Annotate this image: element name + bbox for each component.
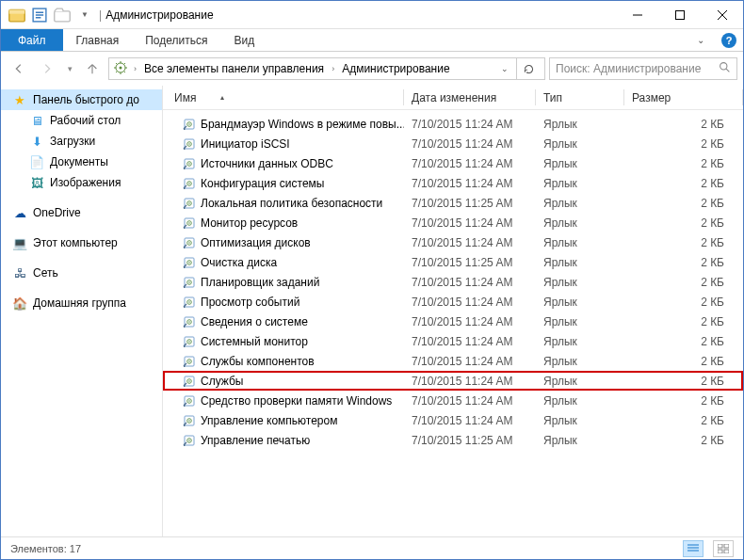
qat-properties-icon[interactable] xyxy=(29,5,50,25)
help-button[interactable]: ? xyxy=(715,29,743,51)
file-row[interactable]: Монитор ресурсов7/10/2015 11:24 AMЯрлык2… xyxy=(163,213,743,232)
forward-button[interactable] xyxy=(35,56,59,81)
window-title: Администрирование xyxy=(105,8,213,22)
file-row[interactable]: Сведения о системе7/10/2015 11:24 AMЯрлы… xyxy=(163,312,743,331)
file-name: Монитор ресурсов xyxy=(201,216,298,230)
column-date[interactable]: Дата изменения xyxy=(404,86,536,109)
svg-point-47 xyxy=(188,341,190,343)
refresh-button[interactable] xyxy=(516,58,541,79)
file-type: Ярлык xyxy=(536,157,624,170)
search-icon xyxy=(719,61,731,76)
file-name: Управление печатью xyxy=(201,434,310,447)
shortcut-icon xyxy=(182,176,197,191)
file-row[interactable]: Системный монитор7/10/2015 11:24 AMЯрлык… xyxy=(163,331,743,351)
file-row[interactable]: Источники данных ODBC7/10/2015 11:24 AMЯ… xyxy=(163,153,743,173)
navitem-desktop[interactable]: 🖥 Рабочий стол xyxy=(1,110,162,131)
navitem-onedrive[interactable]: ☁ OneDrive xyxy=(1,202,162,223)
ribbon-expand-icon[interactable]: ⌄ xyxy=(687,29,715,51)
column-type[interactable]: Тип xyxy=(536,86,624,109)
file-row[interactable]: Конфигурация системы7/10/2015 11:24 AMЯр… xyxy=(163,173,743,193)
file-row[interactable]: Планировщик заданий7/10/2015 11:24 AMЯрл… xyxy=(163,272,743,292)
file-row[interactable]: Инициатор iSCSI7/10/2015 11:24 AMЯрлык2 … xyxy=(163,134,743,153)
file-row[interactable]: Брандмауэр Windows в режиме повы...7/10/… xyxy=(163,114,743,134)
svg-point-23 xyxy=(188,183,190,184)
qat-dropdown-icon[interactable]: ▼ xyxy=(74,5,95,25)
file-type: Ярлык xyxy=(536,355,624,368)
navitem-pictures[interactable]: 🖼 Изображения xyxy=(1,172,162,193)
desktop-icon: 🖥 xyxy=(29,113,44,128)
file-size: 2 КБ xyxy=(624,315,743,328)
shortcut-icon xyxy=(182,117,197,132)
file-row[interactable]: Средство проверки памяти Windows7/10/201… xyxy=(163,391,743,410)
file-name: Просмотр событий xyxy=(201,296,299,309)
file-size: 2 КБ xyxy=(624,296,743,309)
navitem-documents[interactable]: 📄 Документы xyxy=(1,152,162,172)
svg-point-29 xyxy=(188,222,190,224)
back-button[interactable] xyxy=(7,56,31,81)
title-separator: | xyxy=(99,8,102,22)
file-type: Ярлык xyxy=(536,394,624,408)
history-dropdown-icon[interactable]: ▾ xyxy=(63,56,76,81)
file-name: Управление компьютером xyxy=(201,414,337,427)
file-row[interactable]: Управление компьютером7/10/2015 11:24 AM… xyxy=(163,410,743,430)
file-row[interactable]: Службы7/10/2015 11:24 AMЯрлык2 КБ xyxy=(163,371,743,391)
address-bar[interactable]: › Все элементы панели управления › Админ… xyxy=(108,57,545,80)
file-row[interactable]: Оптимизация дисков7/10/2015 11:24 AMЯрлы… xyxy=(163,232,743,252)
navitem-network[interactable]: 🖧 Сеть xyxy=(1,263,162,283)
file-date: 7/10/2015 11:25 AM xyxy=(404,256,536,269)
details-view-button[interactable] xyxy=(683,540,704,557)
up-button[interactable] xyxy=(80,56,105,81)
maximize-button[interactable] xyxy=(658,1,701,28)
breadcrumb-admin-tools[interactable]: Администрирование xyxy=(340,62,451,75)
svg-point-32 xyxy=(188,242,190,244)
svg-point-35 xyxy=(188,262,190,264)
file-row[interactable]: Управление печатью7/10/2015 11:25 AMЯрлы… xyxy=(163,430,743,450)
svg-rect-1 xyxy=(9,9,25,13)
file-date: 7/10/2015 11:24 AM xyxy=(404,157,536,170)
navitem-label: Панель быстрого до xyxy=(33,93,139,106)
chevron-right-icon[interactable]: › xyxy=(330,64,336,73)
file-date: 7/10/2015 11:24 AM xyxy=(404,414,536,427)
qat-newfolder-icon[interactable] xyxy=(52,5,73,25)
column-size[interactable]: Размер xyxy=(624,86,743,109)
file-name: Планировщик заданий xyxy=(201,276,319,289)
file-date: 7/10/2015 11:24 AM xyxy=(404,137,536,151)
file-name: Инициатор iSCSI xyxy=(201,137,290,151)
file-name: Системный монитор xyxy=(201,335,308,348)
column-name[interactable]: Имя▴ xyxy=(163,86,404,109)
file-row[interactable]: Просмотр событий7/10/2015 11:24 AMЯрлык2… xyxy=(163,292,743,312)
navitem-homegroup[interactable]: 🏠 Домашняя группа xyxy=(1,293,162,313)
homegroup-icon: 🏠 xyxy=(12,296,27,311)
file-name: Брандмауэр Windows в режиме повы... xyxy=(201,118,404,131)
shortcut-icon xyxy=(182,295,197,310)
file-name: Службы компонентов xyxy=(201,355,315,368)
file-type: Ярлык xyxy=(536,177,624,190)
thumbnails-view-button[interactable] xyxy=(713,540,734,557)
file-size: 2 КБ xyxy=(624,394,743,408)
tab-file[interactable]: Файл xyxy=(1,29,63,51)
navitem-this-pc[interactable]: 💻 Этот компьютер xyxy=(1,232,162,253)
chevron-right-icon[interactable]: › xyxy=(132,64,138,73)
minimize-button[interactable] xyxy=(616,1,658,28)
file-row[interactable]: Локальная политика безопасности7/10/2015… xyxy=(163,193,743,213)
tab-home[interactable]: Главная xyxy=(63,29,133,51)
column-header: Имя▴ Дата изменения Тип Размер xyxy=(163,86,743,110)
navitem-label: Рабочий стол xyxy=(50,114,121,127)
tab-view[interactable]: Вид xyxy=(220,29,267,51)
svg-point-14 xyxy=(188,123,190,125)
search-box[interactable]: Поиск: Администрирование xyxy=(549,57,737,80)
navitem-quick-access[interactable]: ★ Панель быстрого до xyxy=(1,89,162,110)
tab-share[interactable]: Поделиться xyxy=(132,29,220,51)
file-row[interactable]: Очистка диска7/10/2015 11:25 AMЯрлык2 КБ xyxy=(163,252,743,272)
file-row[interactable]: Службы компонентов7/10/2015 11:24 AMЯрлы… xyxy=(163,351,743,371)
file-date: 7/10/2015 11:24 AM xyxy=(404,118,536,131)
breadcrumb-control-panel[interactable]: Все элементы панели управления xyxy=(142,62,326,75)
quick-access-toolbar: ▼ xyxy=(1,5,95,25)
address-dropdown-icon[interactable]: ⌄ xyxy=(497,64,512,73)
navigation-bar: ▾ › Все элементы панели управления › Адм… xyxy=(1,52,743,86)
shortcut-icon xyxy=(182,235,197,250)
svg-point-62 xyxy=(188,440,190,441)
qat-app-icon[interactable] xyxy=(7,5,27,25)
close-button[interactable] xyxy=(701,1,743,28)
navitem-downloads[interactable]: ⬇ Загрузки xyxy=(1,131,162,152)
